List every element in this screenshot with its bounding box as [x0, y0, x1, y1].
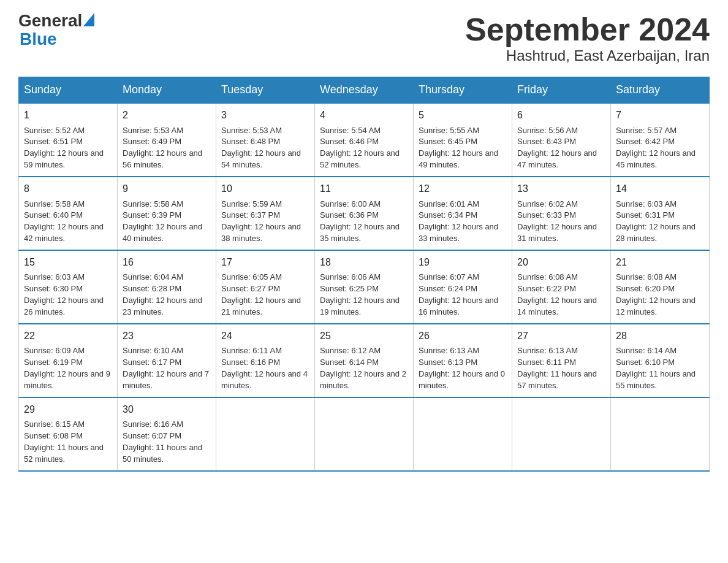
table-row: 19 Sunrise: 6:07 AMSunset: 6:24 PMDaylig… — [414, 250, 512, 324]
day-number: 1 — [24, 109, 112, 122]
table-row: 2 Sunrise: 5:53 AMSunset: 6:49 PMDayligh… — [118, 103, 216, 177]
day-info: Sunrise: 6:01 AMSunset: 6:34 PMDaylight:… — [419, 199, 498, 243]
day-info: Sunrise: 6:16 AMSunset: 6:07 PMDaylight:… — [123, 419, 202, 464]
day-number: 21 — [616, 256, 704, 269]
header-saturday: Saturday — [611, 77, 710, 104]
day-info: Sunrise: 6:07 AMSunset: 6:24 PMDaylight:… — [419, 272, 498, 316]
day-info: Sunrise: 6:09 AMSunset: 6:19 PMDaylight:… — [24, 346, 110, 390]
table-row: 1 Sunrise: 5:52 AMSunset: 6:51 PMDayligh… — [19, 103, 118, 177]
day-info: Sunrise: 5:53 AMSunset: 6:49 PMDaylight:… — [123, 126, 202, 170]
day-info: Sunrise: 6:06 AMSunset: 6:25 PMDaylight:… — [320, 272, 400, 316]
day-number: 23 — [123, 329, 211, 343]
header-thursday: Thursday — [414, 77, 512, 104]
day-number: 25 — [320, 329, 408, 343]
day-info: Sunrise: 6:05 AMSunset: 6:27 PMDaylight:… — [221, 272, 301, 316]
table-row: 8 Sunrise: 5:58 AMSunset: 6:40 PMDayligh… — [19, 177, 118, 250]
day-number: 18 — [320, 256, 408, 269]
day-number: 12 — [419, 182, 507, 196]
day-info: Sunrise: 5:53 AMSunset: 6:48 PMDaylight:… — [221, 126, 301, 170]
logo: General Blue — [18, 12, 96, 49]
table-row: 29 Sunrise: 6:15 AMSunset: 6:08 PMDaylig… — [19, 397, 118, 471]
day-info: Sunrise: 6:10 AMSunset: 6:17 PMDaylight:… — [123, 346, 209, 390]
day-number: 26 — [419, 329, 507, 343]
day-info: Sunrise: 5:58 AMSunset: 6:39 PMDaylight:… — [123, 199, 202, 243]
week-row-5: 29 Sunrise: 6:15 AMSunset: 6:08 PMDaylig… — [19, 397, 710, 471]
day-number: 13 — [517, 182, 605, 196]
header-friday: Friday — [512, 77, 611, 104]
table-row: 13 Sunrise: 6:02 AMSunset: 6:33 PMDaylig… — [512, 177, 611, 250]
day-info: Sunrise: 6:13 AMSunset: 6:13 PMDaylight:… — [419, 346, 505, 390]
title-section: September 2024 Hashtrud, East Azerbaijan… — [465, 12, 710, 64]
table-row — [611, 397, 710, 471]
day-info: Sunrise: 6:03 AMSunset: 6:30 PMDaylight:… — [24, 272, 104, 316]
logo-blue-text: Blue — [20, 29, 57, 49]
day-info: Sunrise: 6:00 AMSunset: 6:36 PMDaylight:… — [320, 199, 400, 243]
page-header: General Blue September 2024 Hashtrud, Ea… — [18, 12, 710, 64]
day-info: Sunrise: 6:11 AMSunset: 6:16 PMDaylight:… — [221, 346, 308, 390]
day-number: 2 — [123, 109, 211, 122]
table-row — [315, 397, 414, 471]
logo-top: General — [18, 12, 96, 29]
table-row: 28 Sunrise: 6:14 AMSunset: 6:10 PMDaylig… — [611, 324, 710, 397]
week-row-2: 8 Sunrise: 5:58 AMSunset: 6:40 PMDayligh… — [19, 177, 710, 250]
day-number: 16 — [123, 256, 211, 269]
day-number: 11 — [320, 182, 408, 196]
header-monday: Monday — [118, 77, 216, 104]
day-number: 4 — [320, 109, 408, 122]
day-number: 17 — [221, 256, 309, 269]
day-number: 9 — [123, 182, 211, 196]
day-number: 10 — [221, 182, 309, 196]
day-number: 8 — [24, 182, 112, 196]
day-info: Sunrise: 6:13 AMSunset: 6:11 PMDaylight:… — [517, 346, 597, 390]
table-row: 20 Sunrise: 6:08 AMSunset: 6:22 PMDaylig… — [512, 250, 611, 324]
day-number: 15 — [24, 256, 112, 269]
day-info: Sunrise: 6:12 AMSunset: 6:14 PMDaylight:… — [320, 346, 406, 390]
day-info: Sunrise: 5:55 AMSunset: 6:45 PMDaylight:… — [419, 126, 498, 170]
table-row: 21 Sunrise: 6:08 AMSunset: 6:20 PMDaylig… — [611, 250, 710, 324]
table-row: 3 Sunrise: 5:53 AMSunset: 6:48 PMDayligh… — [216, 103, 315, 177]
day-number: 27 — [517, 329, 605, 343]
day-info: Sunrise: 6:15 AMSunset: 6:08 PMDaylight:… — [24, 419, 104, 464]
day-info: Sunrise: 6:08 AMSunset: 6:22 PMDaylight:… — [517, 272, 597, 316]
day-info: Sunrise: 6:14 AMSunset: 6:10 PMDaylight:… — [616, 346, 696, 390]
day-info: Sunrise: 5:52 AMSunset: 6:51 PMDaylight:… — [24, 126, 104, 170]
table-row: 11 Sunrise: 6:00 AMSunset: 6:36 PMDaylig… — [315, 177, 414, 250]
day-info: Sunrise: 5:59 AMSunset: 6:37 PMDaylight:… — [221, 199, 301, 243]
day-number: 30 — [123, 403, 211, 416]
table-row: 16 Sunrise: 6:04 AMSunset: 6:28 PMDaylig… — [118, 250, 216, 324]
table-row: 22 Sunrise: 6:09 AMSunset: 6:19 PMDaylig… — [19, 324, 118, 397]
table-row: 27 Sunrise: 6:13 AMSunset: 6:11 PMDaylig… — [512, 324, 611, 397]
table-row: 7 Sunrise: 5:57 AMSunset: 6:42 PMDayligh… — [611, 103, 710, 177]
week-row-4: 22 Sunrise: 6:09 AMSunset: 6:19 PMDaylig… — [19, 324, 710, 397]
day-number: 5 — [419, 109, 507, 122]
table-row — [414, 397, 512, 471]
calendar-title: September 2024 — [465, 12, 710, 47]
logo-triangle-icon — [83, 13, 94, 26]
table-row: 30 Sunrise: 6:16 AMSunset: 6:07 PMDaylig… — [118, 397, 216, 471]
day-info: Sunrise: 6:04 AMSunset: 6:28 PMDaylight:… — [123, 272, 202, 316]
table-row: 24 Sunrise: 6:11 AMSunset: 6:16 PMDaylig… — [216, 324, 315, 397]
table-row — [512, 397, 611, 471]
day-number: 29 — [24, 403, 112, 416]
table-row: 12 Sunrise: 6:01 AMSunset: 6:34 PMDaylig… — [414, 177, 512, 250]
day-info: Sunrise: 6:03 AMSunset: 6:31 PMDaylight:… — [616, 199, 696, 243]
day-number: 14 — [616, 182, 704, 196]
table-row: 17 Sunrise: 6:05 AMSunset: 6:27 PMDaylig… — [216, 250, 315, 324]
week-row-1: 1 Sunrise: 5:52 AMSunset: 6:51 PMDayligh… — [19, 103, 710, 177]
day-info: Sunrise: 5:54 AMSunset: 6:46 PMDaylight:… — [320, 126, 400, 170]
week-row-3: 15 Sunrise: 6:03 AMSunset: 6:30 PMDaylig… — [19, 250, 710, 324]
table-row: 25 Sunrise: 6:12 AMSunset: 6:14 PMDaylig… — [315, 324, 414, 397]
logo-general-text: General — [18, 12, 82, 29]
table-row: 14 Sunrise: 6:03 AMSunset: 6:31 PMDaylig… — [611, 177, 710, 250]
day-info: Sunrise: 5:58 AMSunset: 6:40 PMDaylight:… — [24, 199, 104, 243]
weekday-header-row: Sunday Monday Tuesday Wednesday Thursday… — [19, 77, 710, 104]
table-row: 10 Sunrise: 5:59 AMSunset: 6:37 PMDaylig… — [216, 177, 315, 250]
day-info: Sunrise: 5:56 AMSunset: 6:43 PMDaylight:… — [517, 126, 597, 170]
table-row: 18 Sunrise: 6:06 AMSunset: 6:25 PMDaylig… — [315, 250, 414, 324]
table-row: 5 Sunrise: 5:55 AMSunset: 6:45 PMDayligh… — [414, 103, 512, 177]
table-row: 4 Sunrise: 5:54 AMSunset: 6:46 PMDayligh… — [315, 103, 414, 177]
calendar-subtitle: Hashtrud, East Azerbaijan, Iran — [465, 47, 710, 64]
day-number: 6 — [517, 109, 605, 122]
table-row — [216, 397, 315, 471]
day-info: Sunrise: 6:02 AMSunset: 6:33 PMDaylight:… — [517, 199, 597, 243]
